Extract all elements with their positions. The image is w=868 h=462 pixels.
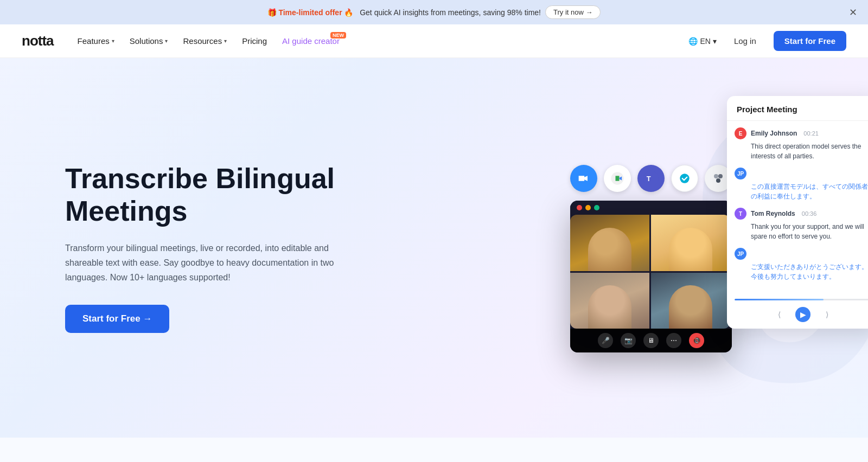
progress-bar-container — [727, 294, 868, 303]
video-participant-1 — [570, 215, 649, 271]
language-selector[interactable]: 🌐 EN ▾ — [688, 37, 716, 46]
window-maximize-dot — [594, 205, 599, 210]
try-now-button[interactable]: Try it now → — [545, 5, 601, 19]
nav-features-label: Features — [78, 36, 110, 46]
play-button[interactable]: ▶ — [795, 307, 810, 322]
rewind-button[interactable]: ⟨ — [771, 307, 787, 322]
video-participant-4 — [651, 273, 730, 329]
chevron-down-icon: ▾ — [112, 38, 114, 44]
close-banner-button[interactable]: ✕ — [849, 7, 857, 18]
announcement-banner: 🎁 Time-limited offer 🔥 Get quick AI insi… — [0, 0, 868, 24]
nav-solutions-label: Solutions — [130, 36, 163, 46]
avatar-jp-1: JP — [735, 168, 746, 179]
transcript-message-4: JP ご支援いただきありがとうございます。今後も努力してまいります。 — [735, 248, 868, 281]
video-call-window: 🎤 📷 🖥 ⋯ 📵 — [570, 201, 732, 352]
svg-point-3 — [680, 174, 689, 183]
zoom-icon — [570, 165, 597, 192]
offer-label: 🎁 Time-limited offer 🔥 — [267, 8, 354, 17]
transcript-message-2: JP この直接運営モデルは、すべての関係者の利益に奉仕します。 — [735, 168, 868, 201]
window-close-dot — [577, 205, 582, 210]
logo-text: notta — [22, 33, 54, 49]
navbar: notta Features ▾ Solutions ▾ Resources ▾… — [0, 24, 868, 58]
msg-header-2: JP — [735, 168, 868, 179]
nav-links: Features ▾ Solutions ▾ Resources ▾ Prici… — [71, 32, 672, 50]
msg-name-3: Tom Reynolds — [751, 210, 795, 217]
start-free-nav-button[interactable]: Start for Free — [774, 31, 846, 51]
bottom-section: Meeting documentation made simpler — [0, 438, 868, 462]
video-grid — [570, 215, 730, 329]
svg-point-5 — [718, 174, 723, 178]
nav-resources-label: Resources — [183, 36, 222, 46]
nav-pricing[interactable]: Pricing — [235, 32, 273, 50]
video-participant-2 — [651, 215, 730, 271]
svg-point-6 — [716, 178, 720, 183]
nav-right: 🌐 EN ▾ Log in Start for Free — [688, 31, 846, 51]
nav-features[interactable]: Features ▾ — [71, 32, 121, 50]
nav-ai-guide[interactable]: AI guide creator NEW — [276, 32, 346, 50]
window-minimize-dot — [585, 205, 591, 210]
login-button[interactable]: Log in — [725, 32, 765, 50]
avatar-emily: E — [735, 127, 746, 139]
avatar-tom: T — [735, 208, 746, 220]
google-meet-icon — [604, 165, 631, 192]
teams-icon: T — [637, 165, 665, 192]
msg-text-1: This direct operation model serves the i… — [735, 142, 868, 161]
hero-section: Transcribe Bilingual Meetings Transform … — [0, 58, 868, 438]
offer-text: 🎁 Time-limited offer 🔥 Get quick AI insi… — [267, 8, 541, 17]
transcript-body: E Emily Johnson 00:21 This direct operat… — [727, 121, 868, 294]
video-participant-3 — [570, 273, 649, 329]
msg-time-3: 00:36 — [802, 210, 817, 217]
svg-text:T: T — [647, 175, 651, 183]
screen-share-icon: 🖥 — [643, 333, 659, 348]
transcript-title: Project Meeting — [737, 105, 868, 114]
avatar-jp-2: JP — [735, 248, 746, 260]
camera-icon: 📷 — [621, 333, 636, 348]
msg-time-1: 00:21 — [803, 130, 819, 137]
mic-icon: 🎤 — [598, 333, 613, 348]
logo[interactable]: notta — [22, 33, 54, 49]
progress-bar-background — [735, 299, 868, 300]
start-free-hero-button[interactable]: Start for Free → — [65, 305, 169, 333]
msg-text-2: この直接運営モデルは、すべての関係者の利益に奉仕します。 — [735, 182, 868, 201]
webex-icon — [671, 165, 698, 192]
globe-icon: 🌐 — [688, 37, 698, 46]
video-window-titlebar — [570, 201, 732, 215]
hero-content: Transcribe Bilingual Meetings Transform … — [0, 119, 434, 376]
chevron-down-icon: ▾ — [224, 38, 227, 44]
new-badge: NEW — [330, 32, 346, 39]
transcript-message-3: T Tom Reynolds 00:36 Thank you for your … — [735, 208, 868, 241]
more-options-icon: ⋯ — [666, 333, 681, 348]
hero-title: Transcribe Bilingual Meetings — [65, 163, 401, 228]
lang-label: EN — [700, 37, 710, 46]
msg-name-1: Emily Johnson — [751, 130, 797, 137]
transcript-panel: Project Meeting E Emily Johnson 00:21 Th… — [727, 96, 868, 329]
chevron-down-icon: ▾ — [165, 38, 168, 44]
msg-text-3: Thank you for your support, and we will … — [735, 222, 868, 241]
banner-description: Get quick AI insights from meetings, sav… — [360, 8, 541, 17]
progress-bar-fill — [735, 299, 824, 300]
svg-rect-1 — [643, 171, 659, 186]
transcript-header: Project Meeting — [727, 96, 868, 121]
hero-description: Transform your bilingual meetings, live … — [65, 241, 336, 285]
player-controls: ⟨ ▶ ⟩ — [727, 303, 868, 329]
forward-button[interactable]: ⟩ — [819, 307, 834, 322]
msg-header-1: E Emily Johnson 00:21 — [735, 127, 868, 139]
transcript-message-1: E Emily Johnson 00:21 This direct operat… — [735, 127, 868, 161]
msg-header-3: T Tom Reynolds 00:36 — [735, 208, 868, 220]
nav-resources[interactable]: Resources ▾ — [176, 32, 233, 50]
msg-text-4: ご支援いただきありがとうございます。今後も努力してまいります。 — [735, 262, 868, 281]
end-call-icon: 📵 — [689, 333, 704, 348]
msg-header-4: JP — [735, 248, 868, 260]
nav-solutions[interactable]: Solutions ▾ — [123, 32, 175, 50]
svg-point-4 — [714, 174, 718, 178]
video-toolbar: 🎤 📷 🖥 ⋯ 📵 — [570, 329, 732, 352]
app-icons-row: T — [570, 165, 732, 192]
chevron-down-icon: ▾ — [713, 37, 717, 46]
hero-illustration: 9 — [434, 85, 868, 410]
